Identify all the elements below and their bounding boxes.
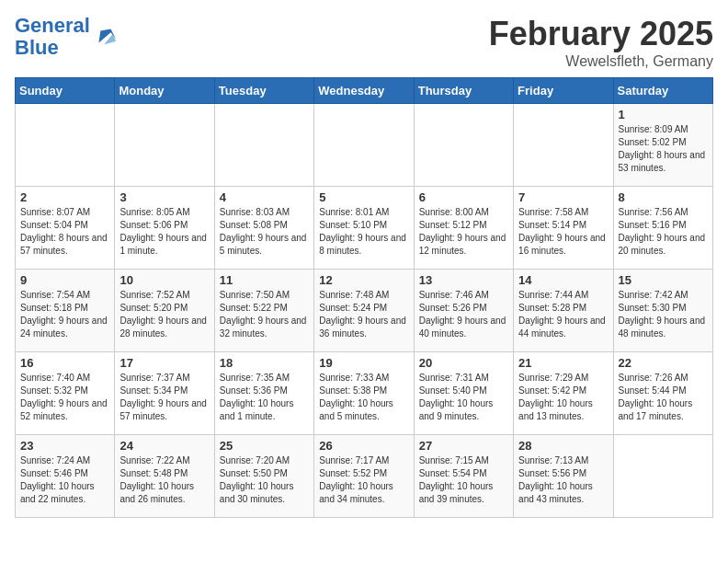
day-cell: 18Sunrise: 7:35 AM Sunset: 5:36 PM Dayli… — [214, 352, 313, 435]
logo-icon — [92, 24, 118, 50]
day-info: Sunrise: 7:20 AM Sunset: 5:50 PM Dayligh… — [220, 454, 309, 506]
day-number: 9 — [20, 273, 109, 287]
day-info: Sunrise: 7:26 AM Sunset: 5:44 PM Dayligh… — [619, 372, 708, 423]
day-info: Sunrise: 7:46 AM Sunset: 5:26 PM Dayligh… — [419, 289, 508, 340]
week-row-1: 1Sunrise: 8:09 AM Sunset: 5:02 PM Daylig… — [16, 104, 713, 187]
week-row-5: 23Sunrise: 7:24 AM Sunset: 5:46 PM Dayli… — [16, 435, 713, 518]
day-number: 24 — [119, 439, 209, 453]
day-number: 7 — [518, 190, 608, 204]
day-info: Sunrise: 7:15 AM Sunset: 5:54 PM Dayligh… — [419, 454, 508, 506]
day-number: 10 — [119, 273, 209, 287]
day-cell: 3Sunrise: 8:05 AM Sunset: 5:06 PM Daylig… — [115, 187, 214, 270]
day-cell: 10Sunrise: 7:52 AM Sunset: 5:20 PM Dayli… — [115, 270, 214, 352]
day-info: Sunrise: 7:58 AM Sunset: 5:14 PM Dayligh… — [518, 206, 608, 258]
weekday-header-sunday: Sunday — [16, 78, 115, 104]
day-cell — [16, 104, 115, 187]
day-cell: 19Sunrise: 7:33 AM Sunset: 5:38 PM Dayli… — [314, 352, 414, 435]
day-number: 2 — [20, 190, 109, 204]
day-info: Sunrise: 8:00 AM Sunset: 5:12 PM Dayligh… — [419, 206, 508, 258]
day-number: 25 — [220, 439, 309, 453]
day-number: 5 — [319, 190, 408, 204]
day-info: Sunrise: 7:48 AM Sunset: 5:24 PM Dayligh… — [319, 289, 408, 340]
day-cell: 28Sunrise: 7:13 AM Sunset: 5:56 PM Dayli… — [514, 435, 613, 518]
day-info: Sunrise: 7:24 AM Sunset: 5:46 PM Dayligh… — [20, 454, 109, 506]
week-row-2: 2Sunrise: 8:07 AM Sunset: 5:04 PM Daylig… — [16, 187, 713, 270]
day-cell: 2Sunrise: 8:07 AM Sunset: 5:04 PM Daylig… — [16, 187, 115, 270]
day-number: 23 — [20, 439, 109, 453]
day-cell: 9Sunrise: 7:54 AM Sunset: 5:18 PM Daylig… — [16, 270, 115, 352]
weekday-header-thursday: Thursday — [414, 78, 513, 104]
weekday-header-wednesday: Wednesday — [314, 78, 414, 104]
day-info: Sunrise: 7:56 AM Sunset: 5:16 PM Dayligh… — [619, 206, 708, 258]
day-cell: 11Sunrise: 7:50 AM Sunset: 5:22 PM Dayli… — [214, 270, 313, 352]
day-cell: 26Sunrise: 7:17 AM Sunset: 5:52 PM Dayli… — [314, 435, 414, 518]
day-number: 14 — [518, 273, 608, 287]
day-info: Sunrise: 7:52 AM Sunset: 5:20 PM Dayligh… — [119, 289, 209, 340]
day-number: 1 — [619, 108, 708, 121]
page-header: General Blue February 2025 Wewelsfleth, … — [15, 15, 713, 70]
week-row-4: 16Sunrise: 7:40 AM Sunset: 5:32 PM Dayli… — [16, 352, 713, 435]
day-info: Sunrise: 7:22 AM Sunset: 5:48 PM Dayligh… — [119, 454, 209, 506]
day-cell: 17Sunrise: 7:37 AM Sunset: 5:34 PM Dayli… — [115, 352, 214, 435]
logo-general: General — [15, 14, 90, 37]
day-cell — [514, 104, 613, 187]
day-cell: 14Sunrise: 7:44 AM Sunset: 5:28 PM Dayli… — [514, 270, 613, 352]
day-cell: 4Sunrise: 8:03 AM Sunset: 5:08 PM Daylig… — [214, 187, 313, 270]
day-cell: 20Sunrise: 7:31 AM Sunset: 5:40 PM Dayli… — [414, 352, 513, 435]
day-info: Sunrise: 7:17 AM Sunset: 5:52 PM Dayligh… — [319, 454, 408, 506]
day-cell: 24Sunrise: 7:22 AM Sunset: 5:48 PM Dayli… — [115, 435, 214, 518]
weekday-header-friday: Friday — [514, 78, 613, 104]
day-info: Sunrise: 7:31 AM Sunset: 5:40 PM Dayligh… — [419, 372, 508, 423]
day-info: Sunrise: 8:09 AM Sunset: 5:02 PM Dayligh… — [619, 123, 708, 175]
day-number: 20 — [419, 356, 508, 370]
day-info: Sunrise: 7:35 AM Sunset: 5:36 PM Dayligh… — [220, 372, 309, 423]
day-number: 17 — [119, 356, 209, 370]
day-cell: 13Sunrise: 7:46 AM Sunset: 5:26 PM Dayli… — [414, 270, 513, 352]
day-number: 21 — [518, 356, 608, 370]
day-number: 15 — [619, 273, 708, 287]
day-cell: 27Sunrise: 7:15 AM Sunset: 5:54 PM Dayli… — [414, 435, 513, 518]
day-info: Sunrise: 7:40 AM Sunset: 5:32 PM Dayligh… — [20, 372, 109, 423]
day-cell: 15Sunrise: 7:42 AM Sunset: 5:30 PM Dayli… — [613, 270, 712, 352]
day-number: 6 — [419, 190, 508, 204]
day-number: 13 — [419, 273, 508, 287]
day-number: 3 — [119, 190, 209, 204]
day-number: 26 — [319, 439, 408, 453]
day-cell — [613, 435, 712, 518]
weekday-header-monday: Monday — [115, 78, 214, 104]
day-cell: 7Sunrise: 7:58 AM Sunset: 5:14 PM Daylig… — [514, 187, 613, 270]
day-info: Sunrise: 7:42 AM Sunset: 5:30 PM Dayligh… — [619, 289, 708, 340]
day-cell — [314, 104, 414, 187]
day-info: Sunrise: 7:44 AM Sunset: 5:28 PM Dayligh… — [518, 289, 608, 340]
calendar-table: SundayMondayTuesdayWednesdayThursdayFrid… — [15, 77, 713, 518]
day-info: Sunrise: 7:54 AM Sunset: 5:18 PM Dayligh… — [20, 289, 109, 340]
weekday-header-saturday: Saturday — [613, 78, 712, 104]
day-number: 27 — [419, 439, 508, 453]
day-number: 19 — [319, 356, 408, 370]
day-cell: 23Sunrise: 7:24 AM Sunset: 5:46 PM Dayli… — [16, 435, 115, 518]
day-info: Sunrise: 7:37 AM Sunset: 5:34 PM Dayligh… — [119, 372, 209, 423]
day-info: Sunrise: 8:01 AM Sunset: 5:10 PM Dayligh… — [319, 206, 408, 258]
day-cell: 16Sunrise: 7:40 AM Sunset: 5:32 PM Dayli… — [16, 352, 115, 435]
day-number: 4 — [220, 190, 309, 204]
day-number: 11 — [220, 273, 309, 287]
day-cell: 8Sunrise: 7:56 AM Sunset: 5:16 PM Daylig… — [613, 187, 712, 270]
day-info: Sunrise: 8:05 AM Sunset: 5:06 PM Dayligh… — [119, 206, 209, 258]
weekday-header-tuesday: Tuesday — [214, 78, 313, 104]
day-number: 16 — [20, 356, 109, 370]
day-cell: 1Sunrise: 8:09 AM Sunset: 5:02 PM Daylig… — [613, 104, 712, 187]
day-info: Sunrise: 7:50 AM Sunset: 5:22 PM Dayligh… — [220, 289, 309, 340]
day-number: 22 — [619, 356, 708, 370]
day-cell — [414, 104, 513, 187]
weekday-header-row: SundayMondayTuesdayWednesdayThursdayFrid… — [16, 78, 713, 104]
day-cell: 5Sunrise: 8:01 AM Sunset: 5:10 PM Daylig… — [314, 187, 414, 270]
day-cell: 6Sunrise: 8:00 AM Sunset: 5:12 PM Daylig… — [414, 187, 513, 270]
day-cell — [214, 104, 313, 187]
day-cell — [115, 104, 214, 187]
day-info: Sunrise: 8:07 AM Sunset: 5:04 PM Dayligh… — [20, 206, 109, 258]
day-info: Sunrise: 7:29 AM Sunset: 5:42 PM Dayligh… — [518, 372, 608, 423]
day-info: Sunrise: 7:13 AM Sunset: 5:56 PM Dayligh… — [518, 454, 608, 506]
day-number: 18 — [220, 356, 309, 370]
day-cell: 21Sunrise: 7:29 AM Sunset: 5:42 PM Dayli… — [514, 352, 613, 435]
logo-blue: Blue — [15, 36, 59, 59]
